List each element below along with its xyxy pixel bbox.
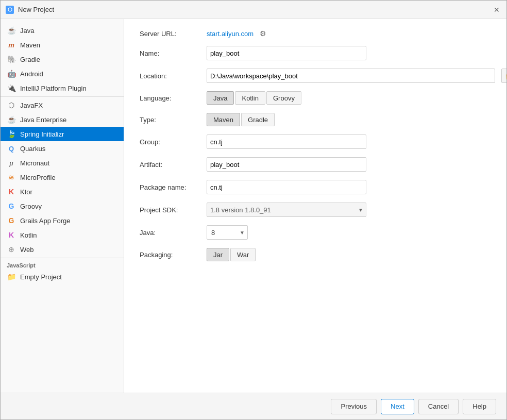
android-icon: 🤖 — [7, 69, 16, 78]
server-url-label: Server URL: — [140, 30, 207, 38]
sidebar-item-label: Android — [20, 70, 43, 78]
java-select-wrapper: 8 11 14 16 ▼ — [207, 225, 248, 240]
language-groovy-btn[interactable]: Groovy — [266, 91, 301, 105]
previous-button[interactable]: Previous — [331, 399, 377, 414]
artifact-value — [207, 157, 491, 172]
bottom-bar: Previous Next Cancel Help — [1, 393, 506, 419]
sidebar-item-label: Maven — [20, 41, 40, 49]
sdk-value: 1.8 version 1.8.0_91 ▼ — [207, 203, 491, 217]
intellij-icon: 🔌 — [7, 83, 16, 93]
quarkus-icon: Q — [7, 144, 16, 153]
grails-icon: G — [7, 216, 16, 225]
title-bar: ⬡ New Project ✕ — [1, 1, 506, 19]
artifact-input[interactable] — [207, 157, 366, 172]
sidebar-item-web[interactable]: ⊕ Web — [1, 242, 124, 257]
sidebar-item-label: JavaFX — [20, 102, 43, 109]
sidebar-item-enterprise[interactable]: ☕ Java Enterprise — [1, 112, 124, 127]
sidebar-item-java[interactable]: ☕ Java — [1, 23, 124, 38]
sidebar-item-label: Gradle — [20, 56, 40, 63]
sidebar-item-spring[interactable]: 🍃 Spring Initializr — [1, 127, 124, 141]
java-row: Java: 8 11 14 16 ▼ — [140, 225, 491, 240]
next-button[interactable]: Next — [381, 399, 414, 414]
java-select[interactable]: 8 11 14 16 — [207, 225, 248, 240]
sidebar-item-kotlin[interactable]: K Kotlin — [1, 228, 124, 242]
sidebar-item-gradle[interactable]: 🐘 Gradle — [1, 52, 124, 66]
server-url-value: start.aliyun.com ⚙ — [207, 29, 491, 38]
language-kotlin-btn[interactable]: Kotlin — [235, 91, 265, 105]
packaging-label: Packaging: — [140, 251, 207, 259]
group-label: Group: — [140, 138, 207, 146]
artifact-row: Artifact: — [140, 157, 491, 172]
sidebar-item-empty[interactable]: 📁 Empty Project — [1, 270, 124, 284]
javafx-icon: ⬡ — [7, 100, 16, 110]
packaging-jar-btn[interactable]: Jar — [207, 248, 229, 261]
type-gradle-btn[interactable]: Gradle — [241, 113, 275, 126]
sidebar-item-label: Groovy — [20, 203, 42, 210]
maven-icon: m — [7, 40, 16, 49]
package-name-label: Package name: — [140, 183, 207, 191]
help-button[interactable]: Help — [463, 399, 496, 414]
js-section-label: JavaScript — [1, 259, 124, 270]
server-url-link[interactable]: start.aliyun.com — [207, 30, 254, 38]
sdk-row: Project SDK: 1.8 version 1.8.0_91 ▼ — [140, 203, 491, 217]
package-name-row: Package name: — [140, 180, 491, 194]
packaging-row: Packaging: Jar War — [140, 248, 491, 261]
package-name-value — [207, 180, 491, 194]
browse-button[interactable]: 📁 — [501, 69, 506, 83]
name-value — [207, 46, 491, 60]
micronaut-icon: μ — [7, 158, 16, 167]
name-input[interactable] — [207, 46, 366, 60]
title-bar-left: ⬡ New Project — [6, 6, 54, 14]
language-value: Java Kotlin Groovy — [207, 91, 491, 105]
sidebar-item-android[interactable]: 🤖 Android — [1, 66, 124, 81]
sidebar-item-label: Micronaut — [20, 159, 49, 167]
language-row: Language: Java Kotlin Groovy — [140, 91, 491, 105]
sidebar-item-label: Java — [20, 27, 34, 35]
cancel-button[interactable]: Cancel — [418, 399, 459, 414]
new-project-dialog: ⬡ New Project ✕ ☕ Java m Maven 🐘 Gradle … — [0, 0, 507, 420]
location-value: 📁 — [207, 69, 506, 83]
sidebar-item-microprofile[interactable]: ≋ MicroProfile — [1, 170, 124, 184]
sidebar-item-micronaut[interactable]: μ Micronaut — [1, 156, 124, 170]
sdk-select-wrapper: 1.8 version 1.8.0_91 ▼ — [207, 203, 366, 217]
packaging-btn-group: Jar War — [207, 248, 256, 261]
sidebar-item-label: IntelliJ Platform Plugin — [20, 85, 87, 92]
groovy-icon: G — [7, 201, 16, 211]
type-value: Maven Gradle — [207, 113, 491, 126]
sidebar-divider — [1, 96, 124, 97]
gear-icon[interactable]: ⚙ — [260, 29, 266, 38]
dialog-title: New Project — [18, 6, 54, 13]
language-label: Language: — [140, 94, 207, 102]
kotlin-icon: K — [7, 230, 16, 240]
type-maven-btn[interactable]: Maven — [207, 113, 240, 126]
sidebar-item-grails[interactable]: G Grails App Forge — [1, 213, 124, 228]
close-button[interactable]: ✕ — [492, 5, 501, 14]
group-row: Group: — [140, 135, 491, 149]
sidebar-item-intellij[interactable]: 🔌 IntelliJ Platform Plugin — [1, 81, 124, 95]
ktor-icon: K — [7, 187, 16, 196]
sidebar-item-label: Java Enterprise — [20, 116, 66, 124]
location-label: Location: — [140, 72, 207, 80]
sidebar-divider-js — [1, 258, 124, 258]
group-input[interactable] — [207, 135, 366, 149]
server-url-row: Server URL: start.aliyun.com ⚙ — [140, 29, 491, 38]
sidebar-item-maven[interactable]: m Maven — [1, 38, 124, 52]
sdk-select[interactable]: 1.8 version 1.8.0_91 — [207, 203, 366, 217]
sidebar-item-javafx[interactable]: ⬡ JavaFX — [1, 98, 124, 112]
language-btn-group: Java Kotlin Groovy — [207, 91, 301, 105]
sidebar-item-groovy[interactable]: G Groovy — [1, 199, 124, 213]
location-row: Location: 📁 — [140, 69, 491, 83]
language-java-btn[interactable]: Java — [207, 91, 234, 105]
package-name-input[interactable] — [207, 180, 366, 194]
gradle-icon: 🐘 — [7, 55, 16, 64]
sidebar-item-label: Kotlin — [20, 231, 37, 239]
sidebar-item-label: Web — [20, 246, 34, 254]
java-value: 8 11 14 16 ▼ — [207, 225, 491, 240]
type-btn-group: Maven Gradle — [207, 113, 275, 126]
location-input[interactable] — [207, 69, 495, 83]
sidebar-item-quarkus[interactable]: Q Quarkus — [1, 141, 124, 156]
sidebar-item-label: Empty Project — [20, 273, 62, 281]
packaging-war-btn[interactable]: War — [230, 248, 256, 261]
sidebar-item-ktor[interactable]: K Ktor — [1, 184, 124, 199]
content-area: ☕ Java m Maven 🐘 Gradle 🤖 Android 🔌 Inte… — [1, 19, 506, 393]
